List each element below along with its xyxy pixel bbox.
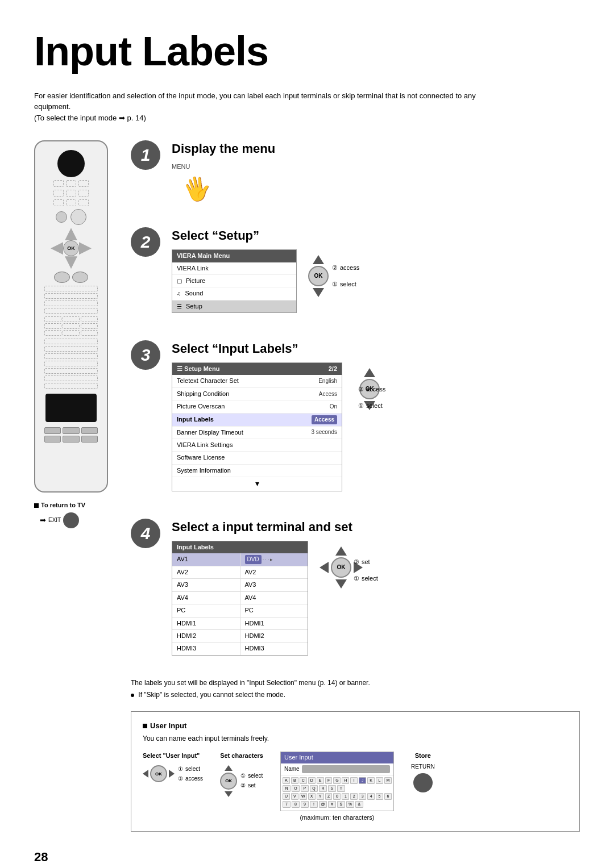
return-arrow-row: ➡ EXIT <box>40 512 79 528</box>
kb-key-sym4[interactable]: $ <box>337 801 345 808</box>
kb-key-3[interactable]: 3 <box>359 793 366 800</box>
kb-key-r[interactable]: R <box>319 785 327 792</box>
kb-key-v[interactable]: V <box>291 793 298 800</box>
menu-item-viera-link: VIERA Link <box>172 262 296 275</box>
kb-key-a[interactable]: A <box>283 777 290 784</box>
kb-key-i[interactable]: I <box>350 777 358 784</box>
kb-key-8[interactable]: 8 <box>292 801 300 808</box>
menu-item-sound: ♫ Sound <box>172 287 296 300</box>
kb-key-y[interactable]: Y <box>317 793 324 800</box>
kb-key-2[interactable]: 2 <box>350 793 358 800</box>
dvd-label: DVD <box>245 555 262 564</box>
table-cell-input: HDMI3 <box>172 642 240 654</box>
kb-key-u[interactable]: U <box>283 793 290 800</box>
input-labels-table: Input Labels AV1 DVD ···▸ AV2 AV2 <box>172 541 308 656</box>
kb-key-n[interactable]: N <box>283 785 291 792</box>
ok-button-icon: OK <box>220 773 237 790</box>
kb-key-1[interactable]: 1 <box>342 793 349 800</box>
kb-key-d[interactable]: D <box>308 777 316 784</box>
kb-key-p[interactable]: P <box>301 785 309 792</box>
kb-key-g[interactable]: G <box>333 777 341 784</box>
kb-key-o[interactable]: O <box>292 785 300 792</box>
remote-grid-item <box>44 330 61 336</box>
step-3-menu-header: ☰ Setup Menu 2/2 <box>172 363 342 375</box>
menu-item-label: Sound <box>185 289 292 298</box>
remote-btn-full <box>44 368 98 374</box>
remote-btn-full <box>44 375 98 381</box>
table-cell-input: HDMI2 <box>172 630 240 642</box>
ui-box-header: User Input <box>281 752 393 763</box>
kb-key-6[interactable]: 6 <box>384 793 392 800</box>
kb-key-sym1[interactable]: ! <box>310 801 318 808</box>
ui-arrows-labels: ① select ② access <box>178 765 203 783</box>
remote-column: OK <box>34 140 114 832</box>
ui-ok-lr: OK <box>143 765 175 782</box>
kb-key-sym3[interactable]: # <box>328 801 336 808</box>
step-4-title: Select a input terminal and set <box>172 519 580 536</box>
ui-ok-ud: OK <box>220 765 237 797</box>
table-cell-value: AV2 <box>240 566 308 578</box>
select-label-text: select <box>362 574 378 583</box>
kb-key-b[interactable]: B <box>291 777 298 784</box>
kb-key-7[interactable]: 7 <box>283 801 291 808</box>
bottom-note-2: If "Skip" is selected, you cannot select… <box>131 690 580 700</box>
user-input-section: User Input You can name each input termi… <box>131 711 580 832</box>
kb-key-f[interactable]: F <box>325 777 333 784</box>
step-2-menu-header: VIERA Main Menu <box>172 250 296 262</box>
page-number: 28 <box>34 849 580 866</box>
exit-label: EXIT <box>48 516 61 524</box>
remote-bottom-btn <box>81 427 98 434</box>
kb-key-q[interactable]: Q <box>310 785 318 792</box>
ui-set-arrows-labels: ① select ② set <box>240 772 263 790</box>
table-row-av3: AV3 AV3 <box>172 579 308 591</box>
step-2-ok-section: OK ② access ① <box>308 255 359 297</box>
return-to-tv-section: To return to TV ➡ EXIT <box>34 501 114 528</box>
step-4-content: Select a input terminal and set Input La… <box>172 519 580 656</box>
kb-key-h[interactable]: H <box>342 777 349 784</box>
circle-1-icon: ① <box>354 574 359 583</box>
kb-key-k[interactable]: K <box>367 777 375 784</box>
kb-key-w[interactable]: W <box>300 793 307 800</box>
step-4-menu-ok: Input Labels AV1 DVD ···▸ AV2 AV2 <box>172 541 580 656</box>
kb-key-x[interactable]: X <box>308 793 316 800</box>
kb-key-z[interactable]: Z <box>325 793 333 800</box>
table-cell-value: HDMI3 <box>240 642 308 654</box>
step-4-block: 4 Select a input terminal and set Input … <box>131 519 580 656</box>
kb-key-5[interactable]: 5 <box>376 793 383 800</box>
kb-key-9[interactable]: 9 <box>301 801 309 808</box>
kb-key-l[interactable]: L <box>376 777 383 784</box>
table-row-hdmi1: HDMI1 HDMI1 <box>172 617 308 630</box>
ui-access-label-2: ② access <box>178 775 203 783</box>
kb-key-sym6[interactable]: & <box>355 801 363 808</box>
step-3-menu-box: ☰ Setup Menu 2/2 Teletext Character Set … <box>172 362 342 491</box>
kb-key-sym2[interactable]: @ <box>319 801 327 808</box>
remote-btn <box>66 190 76 197</box>
step-3-content: Select “Input Labels” ☰ Setup Menu 2/2 T… <box>172 340 580 496</box>
page-title: Input Labels <box>34 23 580 80</box>
remote-btn <box>53 199 64 206</box>
table-cell-input: AV1 <box>172 553 240 566</box>
kb-key-0[interactable]: 0 <box>333 793 341 800</box>
remote-bottom-btn <box>63 436 79 443</box>
kb-key-c[interactable]: C <box>300 777 307 784</box>
bullet-icon <box>131 694 134 697</box>
arrow-icon: ➡ <box>40 515 46 525</box>
step-4-ok-section: OK ② set ① select <box>320 546 378 583</box>
menu-label: MENU <box>172 162 580 171</box>
scroll-indicator: ▾ <box>172 477 342 491</box>
ui-name-input[interactable] <box>302 765 390 773</box>
kb-key-j[interactable]: J <box>359 777 366 784</box>
kb-key-s[interactable]: S <box>328 785 336 792</box>
remote-grid-item <box>63 323 80 329</box>
kb-key-4[interactable]: 4 <box>367 793 375 800</box>
step-2-menu-box: VIERA Main Menu VIERA Link ▢ Picture ♫ S… <box>172 249 297 313</box>
remote-dashed-group <box>40 286 102 314</box>
kb-key-e[interactable]: E <box>317 777 324 784</box>
kb-key-sym5[interactable]: % <box>346 801 354 808</box>
kb-key-t[interactable]: T <box>337 785 345 792</box>
menu-item-label: Picture Overscan <box>177 402 327 411</box>
menu-item-value: Access <box>319 390 337 398</box>
remote-dpad: OK <box>51 228 92 269</box>
kb-key-m[interactable]: M <box>384 777 392 784</box>
up-arrow-icon <box>335 546 347 556</box>
